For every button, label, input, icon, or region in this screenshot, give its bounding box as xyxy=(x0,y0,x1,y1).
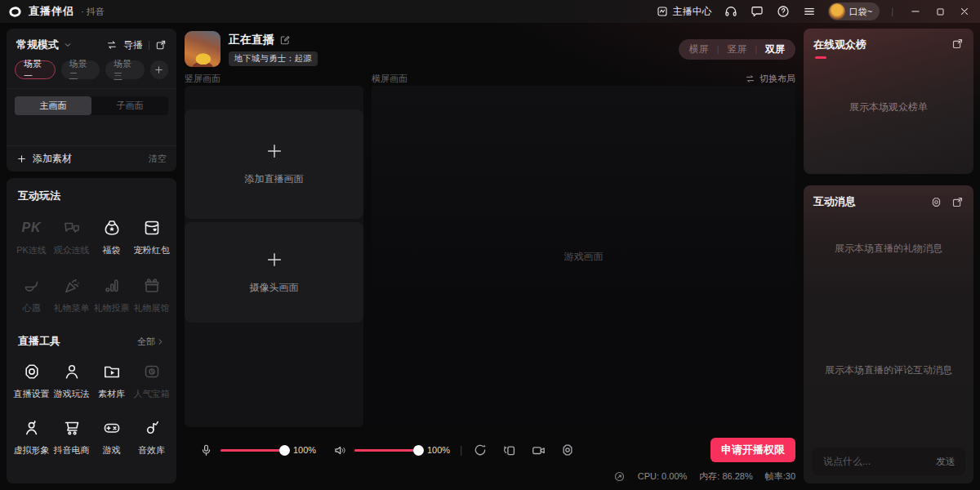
mic-volume-slider[interactable] xyxy=(220,444,289,456)
tool-item-label: 直播设置 xyxy=(14,388,50,400)
interact-item-pk[interactable]: PK PK连线 xyxy=(11,218,51,256)
comment-message-empty-text: 展示本场直播的评论互动消息 xyxy=(804,363,973,377)
user-avatar xyxy=(829,3,845,20)
apply-broadcast-button[interactable]: 申请开播权限 xyxy=(710,438,795,462)
scene-tabs: 场景一 场景二 场景三 xyxy=(7,52,176,79)
game-preview[interactable]: 游戏画面 xyxy=(372,86,795,427)
message-panel-title: 互动消息 xyxy=(813,194,856,209)
add-material-button[interactable]: 添加素材 xyxy=(33,152,72,166)
interact-grid: PK PK连线 观众连线 福袋 xyxy=(7,218,176,314)
tools-panel-header: 直播工具 全部 xyxy=(7,334,176,349)
tool-item-live-settings[interactable]: 直播设置 xyxy=(11,362,51,400)
settings-icon[interactable] xyxy=(560,443,575,457)
clear-button[interactable]: 清空 xyxy=(149,153,167,165)
chat-bubble-icon[interactable] xyxy=(750,4,764,19)
tool-item-virtual-avatar[interactable]: 虚拟形象 xyxy=(11,418,51,457)
help-icon[interactable] xyxy=(776,4,791,19)
scene-mode-label[interactable]: 常规模式 xyxy=(16,38,59,52)
mode-landscape[interactable]: 横屏 xyxy=(689,42,709,56)
anchor-center-button[interactable]: 主播中心 xyxy=(656,5,712,19)
interact-item-label: 礼物菜单 xyxy=(54,302,90,314)
tool-item-material-library[interactable]: 素材库 xyxy=(91,362,131,400)
director-label[interactable]: 导播 xyxy=(123,38,143,52)
tool-item-label: 游戏 xyxy=(103,444,121,457)
restore-icon[interactable] xyxy=(473,443,488,457)
popout-icon[interactable] xyxy=(951,196,964,208)
performance-icon[interactable] xyxy=(613,470,626,483)
scene-tab-2[interactable]: 场景二 xyxy=(61,60,100,79)
popout-icon[interactable] xyxy=(951,38,964,50)
mode-dual[interactable]: 双屏 xyxy=(765,42,785,56)
add-scene-button[interactable] xyxy=(150,60,169,79)
interact-item-wish[interactable]: 心愿 xyxy=(11,276,51,314)
camera-icon[interactable] xyxy=(531,443,546,458)
tab-sub-view[interactable]: 子画面 xyxy=(91,96,168,115)
menu-icon[interactable] xyxy=(802,4,817,19)
wish-lamp-icon xyxy=(22,276,42,296)
tool-item-sound-library[interactable]: 音效库 xyxy=(131,418,172,457)
tools-grid: 直播设置 游戏玩法 素材库 xyxy=(7,362,176,457)
interact-item-gift-hall[interactable]: 礼物展馆 xyxy=(131,276,172,314)
interact-item-gift-menu[interactable]: 礼物菜单 xyxy=(51,276,91,314)
microphone-icon[interactable] xyxy=(199,443,213,457)
minimize-button[interactable] xyxy=(905,2,926,21)
music-note-icon xyxy=(142,418,162,438)
send-button[interactable]: 发送 xyxy=(936,455,956,469)
tab-main-view[interactable]: 主画面 xyxy=(15,96,91,115)
interact-item-audience-link[interactable]: 观众连线 xyxy=(51,218,91,256)
tool-item-games[interactable]: 游戏 xyxy=(91,418,131,457)
fps-value: 帧率:30 xyxy=(765,470,795,483)
treasure-chest-icon xyxy=(142,362,162,381)
tools-panel-title: 直播工具 xyxy=(18,334,60,349)
switch-layout-button[interactable]: 切换布局 xyxy=(745,73,795,85)
interact-item-label: 礼物展馆 xyxy=(134,302,170,314)
maximize-button[interactable] xyxy=(929,2,951,21)
interact-item-lucky-bag[interactable]: 福袋 xyxy=(91,218,131,256)
memory-usage: 内存: 86.28% xyxy=(699,470,752,483)
username: 口袋~ xyxy=(849,6,872,18)
popout-icon[interactable] xyxy=(155,39,167,51)
window-controls xyxy=(905,2,975,21)
divider: | xyxy=(717,45,719,54)
layout-mode-switch: 横屏 | 竖屏 | 双屏 xyxy=(679,39,795,60)
scene-tab-3[interactable]: 场景三 xyxy=(105,60,145,79)
slider-knob[interactable] xyxy=(279,445,290,456)
speaker-icon[interactable] xyxy=(333,443,347,457)
main-body: 常规模式 导播 xyxy=(0,23,980,490)
gear-icon[interactable] xyxy=(930,196,942,208)
game-tag: 地下城与勇士：起源 xyxy=(229,51,318,66)
audience-panel-tab[interactable]: 在线观众榜 xyxy=(813,38,866,59)
portrait-view-label: 竖屏画面 xyxy=(185,73,372,85)
scene-panel: 常规模式 导播 xyxy=(7,29,176,172)
mode-portrait[interactable]: 竖屏 xyxy=(727,42,746,56)
party-popper-icon xyxy=(62,276,82,296)
interact-item-fan-red-packet[interactable]: 宠粉红包 xyxy=(131,218,172,256)
tools-all-link[interactable]: 全部 xyxy=(137,336,165,348)
headset-icon[interactable] xyxy=(724,4,738,19)
gift-box-icon xyxy=(142,276,162,296)
interact-item-gift-vote[interactable]: 礼物投票 xyxy=(91,276,131,314)
switch-layout-label: 切换布局 xyxy=(760,73,795,85)
tool-item-game-play[interactable]: 游戏玩法 xyxy=(51,362,91,400)
add-live-view-slot[interactable]: 添加直播画面 xyxy=(185,109,363,219)
tool-item-douyin-ecommerce[interactable]: 抖音电商 xyxy=(51,418,91,457)
user-account-button[interactable]: 口袋~ xyxy=(828,2,880,20)
tool-item-popularity-chest[interactable]: 人气宝箱 xyxy=(131,362,172,400)
chat-input[interactable] xyxy=(822,455,929,468)
scene-panel-header: 常规模式 导播 xyxy=(7,29,176,52)
scene-panel-actions: 导播 xyxy=(106,38,167,52)
gamepad-icon xyxy=(102,418,122,438)
edit-icon[interactable] xyxy=(279,34,291,46)
stage-body: 添加直播画面 摄像头画面 游戏画面 xyxy=(185,86,795,427)
close-button[interactable] xyxy=(954,2,975,21)
screen-flip-icon[interactable] xyxy=(501,443,517,458)
chevron-right-icon xyxy=(156,337,165,346)
scene-tab-1[interactable]: 场景一 xyxy=(15,60,56,79)
view-tabs: 主画面 子画面 xyxy=(15,96,168,115)
speaker-volume-slider[interactable] xyxy=(354,444,423,456)
media-folder-icon xyxy=(102,362,122,381)
audience-panel-title: 在线观众榜 xyxy=(813,38,866,52)
slider-knob[interactable] xyxy=(413,445,424,456)
camera-view-slot[interactable]: 摄像头画面 xyxy=(185,222,363,323)
add-material-row: 添加素材 清空 xyxy=(7,145,176,172)
